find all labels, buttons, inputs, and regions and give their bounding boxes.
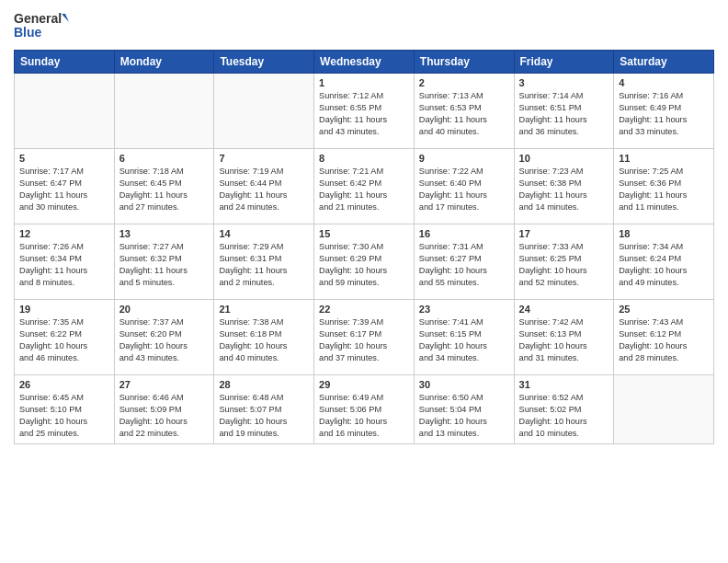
day-number: 4 — [619, 77, 709, 88]
day-info: Sunrise: 7:17 AM Sunset: 6:47 PM Dayligh… — [19, 166, 109, 213]
page-header: General Blue — [14, 9, 714, 42]
calendar-day-cell: 17Sunrise: 7:33 AM Sunset: 6:25 PM Dayli… — [514, 224, 614, 300]
day-info: Sunrise: 7:29 AM Sunset: 6:31 PM Dayligh… — [219, 241, 309, 289]
day-number: 26 — [19, 379, 109, 390]
calendar-day-cell: 21Sunrise: 7:38 AM Sunset: 6:18 PM Dayli… — [214, 300, 314, 375]
day-number: 20 — [119, 304, 210, 315]
calendar-day-cell: 24Sunrise: 7:42 AM Sunset: 6:13 PM Dayli… — [514, 300, 614, 375]
day-number: 22 — [319, 304, 409, 315]
calendar-day-cell: 26Sunrise: 6:45 AM Sunset: 5:10 PM Dayli… — [15, 375, 115, 444]
calendar-day-cell: 7Sunrise: 7:19 AM Sunset: 6:44 PM Daylig… — [214, 149, 314, 224]
day-info: Sunrise: 7:34 AM Sunset: 6:24 PM Dayligh… — [619, 241, 709, 289]
calendar-day-cell: 10Sunrise: 7:23 AM Sunset: 6:38 PM Dayli… — [514, 149, 614, 224]
day-number: 23 — [419, 304, 509, 315]
day-number: 5 — [19, 153, 109, 164]
day-number: 19 — [19, 304, 109, 315]
day-number: 29 — [319, 379, 409, 390]
day-info: Sunrise: 7:12 AM Sunset: 6:55 PM Dayligh… — [319, 90, 409, 138]
day-info: Sunrise: 7:41 AM Sunset: 6:15 PM Dayligh… — [419, 316, 509, 364]
day-info: Sunrise: 7:26 AM Sunset: 6:34 PM Dayligh… — [19, 241, 109, 289]
day-number: 16 — [419, 228, 509, 239]
calendar-day-cell: 27Sunrise: 6:46 AM Sunset: 5:09 PM Dayli… — [114, 375, 214, 444]
calendar-day-cell — [614, 375, 714, 444]
day-number: 15 — [319, 228, 409, 239]
day-number: 8 — [319, 153, 409, 164]
calendar-day-cell: 5Sunrise: 7:17 AM Sunset: 6:47 PM Daylig… — [15, 149, 115, 224]
logo: General Blue — [14, 9, 69, 42]
day-info: Sunrise: 6:48 AM Sunset: 5:07 PM Dayligh… — [219, 392, 309, 440]
calendar-day-cell: 31Sunrise: 6:52 AM Sunset: 5:02 PM Dayli… — [514, 375, 614, 444]
day-info: Sunrise: 7:43 AM Sunset: 6:12 PM Dayligh… — [619, 316, 709, 364]
svg-text:Blue: Blue — [14, 25, 42, 40]
calendar-day-cell: 1Sunrise: 7:12 AM Sunset: 6:55 PM Daylig… — [314, 74, 415, 149]
calendar-day-header: Thursday — [414, 51, 514, 74]
day-info: Sunrise: 7:39 AM Sunset: 6:17 PM Dayligh… — [319, 316, 409, 364]
logo-icon: General Blue — [14, 9, 69, 42]
day-number: 27 — [119, 379, 210, 390]
day-info: Sunrise: 6:50 AM Sunset: 5:04 PM Dayligh… — [419, 392, 509, 440]
calendar-day-cell: 8Sunrise: 7:21 AM Sunset: 6:42 PM Daylig… — [314, 149, 415, 224]
day-number: 25 — [619, 304, 709, 315]
day-info: Sunrise: 7:27 AM Sunset: 6:32 PM Dayligh… — [119, 241, 210, 289]
day-number: 13 — [119, 228, 210, 239]
svg-text:General: General — [14, 11, 62, 26]
calendar-day-cell: 28Sunrise: 6:48 AM Sunset: 5:07 PM Dayli… — [214, 375, 314, 444]
calendar-day-header: Friday — [514, 51, 614, 74]
calendar-day-cell: 16Sunrise: 7:31 AM Sunset: 6:27 PM Dayli… — [414, 224, 514, 300]
svg-marker-2 — [62, 14, 69, 22]
calendar-day-cell: 29Sunrise: 6:49 AM Sunset: 5:06 PM Dayli… — [314, 375, 415, 444]
day-number: 6 — [119, 153, 210, 164]
calendar-week-row: 5Sunrise: 7:17 AM Sunset: 6:47 PM Daylig… — [15, 149, 714, 224]
day-info: Sunrise: 7:21 AM Sunset: 6:42 PM Dayligh… — [319, 166, 409, 213]
day-info: Sunrise: 7:35 AM Sunset: 6:22 PM Dayligh… — [19, 316, 109, 364]
calendar-day-header: Wednesday — [314, 51, 415, 74]
day-info: Sunrise: 7:18 AM Sunset: 6:45 PM Dayligh… — [119, 166, 210, 213]
calendar-day-header: Sunday — [15, 51, 115, 74]
day-number: 28 — [219, 379, 309, 390]
day-number: 14 — [219, 228, 309, 239]
day-number: 3 — [519, 77, 609, 88]
day-number: 30 — [419, 379, 509, 390]
calendar-day-cell: 6Sunrise: 7:18 AM Sunset: 6:45 PM Daylig… — [114, 149, 214, 224]
day-number: 12 — [19, 228, 109, 239]
day-info: Sunrise: 7:22 AM Sunset: 6:40 PM Dayligh… — [419, 166, 509, 213]
calendar-table: SundayMondayTuesdayWednesdayThursdayFrid… — [14, 50, 714, 444]
day-info: Sunrise: 6:45 AM Sunset: 5:10 PM Dayligh… — [19, 392, 109, 440]
day-info: Sunrise: 7:19 AM Sunset: 6:44 PM Dayligh… — [219, 166, 309, 213]
day-number: 1 — [319, 77, 409, 88]
calendar-day-cell: 9Sunrise: 7:22 AM Sunset: 6:40 PM Daylig… — [414, 149, 514, 224]
calendar-header-row: SundayMondayTuesdayWednesdayThursdayFrid… — [15, 51, 714, 74]
calendar-day-cell: 2Sunrise: 7:13 AM Sunset: 6:53 PM Daylig… — [414, 74, 514, 149]
day-info: Sunrise: 7:37 AM Sunset: 6:20 PM Dayligh… — [119, 316, 210, 364]
day-number: 17 — [519, 228, 609, 239]
day-number: 2 — [419, 77, 509, 88]
calendar-day-cell: 25Sunrise: 7:43 AM Sunset: 6:12 PM Dayli… — [614, 300, 714, 375]
day-info: Sunrise: 7:13 AM Sunset: 6:53 PM Dayligh… — [419, 90, 509, 138]
day-info: Sunrise: 7:25 AM Sunset: 6:36 PM Dayligh… — [619, 166, 709, 213]
calendar-day-cell: 11Sunrise: 7:25 AM Sunset: 6:36 PM Dayli… — [614, 149, 714, 224]
day-number: 31 — [519, 379, 609, 390]
day-info: Sunrise: 6:49 AM Sunset: 5:06 PM Dayligh… — [319, 392, 409, 440]
calendar-day-cell: 20Sunrise: 7:37 AM Sunset: 6:20 PM Dayli… — [114, 300, 214, 375]
day-number: 10 — [519, 153, 609, 164]
day-number: 7 — [219, 153, 309, 164]
calendar-day-cell: 23Sunrise: 7:41 AM Sunset: 6:15 PM Dayli… — [414, 300, 514, 375]
day-info: Sunrise: 6:52 AM Sunset: 5:02 PM Dayligh… — [519, 392, 609, 440]
day-info: Sunrise: 7:14 AM Sunset: 6:51 PM Dayligh… — [519, 90, 609, 138]
calendar-day-cell: 22Sunrise: 7:39 AM Sunset: 6:17 PM Dayli… — [314, 300, 415, 375]
calendar-day-cell — [214, 74, 314, 149]
calendar-day-cell: 13Sunrise: 7:27 AM Sunset: 6:32 PM Dayli… — [114, 224, 214, 300]
calendar-week-row: 12Sunrise: 7:26 AM Sunset: 6:34 PM Dayli… — [15, 224, 714, 300]
day-info: Sunrise: 7:42 AM Sunset: 6:13 PM Dayligh… — [519, 316, 609, 364]
calendar-day-cell — [15, 74, 115, 149]
day-info: Sunrise: 6:46 AM Sunset: 5:09 PM Dayligh… — [119, 392, 210, 440]
day-number: 18 — [619, 228, 709, 239]
day-info: Sunrise: 7:31 AM Sunset: 6:27 PM Dayligh… — [419, 241, 509, 289]
day-info: Sunrise: 7:38 AM Sunset: 6:18 PM Dayligh… — [219, 316, 309, 364]
calendar-day-header: Monday — [114, 51, 214, 74]
day-number: 24 — [519, 304, 609, 315]
day-info: Sunrise: 7:30 AM Sunset: 6:29 PM Dayligh… — [319, 241, 409, 289]
calendar-week-row: 19Sunrise: 7:35 AM Sunset: 6:22 PM Dayli… — [15, 300, 714, 375]
calendar-day-cell: 30Sunrise: 6:50 AM Sunset: 5:04 PM Dayli… — [414, 375, 514, 444]
calendar-day-cell — [114, 74, 214, 149]
